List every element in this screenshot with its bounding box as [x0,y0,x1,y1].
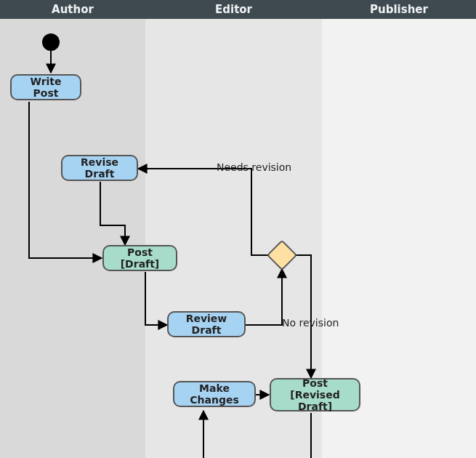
post-revised-line2: [Revised Draft] [278,389,352,412]
start-node [42,33,60,51]
edge-label-no-revision: No revision [282,317,339,329]
activity-review-draft: Review Draft [167,311,246,337]
decision-node [267,240,297,270]
activity-revise-draft: Revise Draft [61,155,138,181]
post-revised-line1: Post [302,377,328,389]
activity-write-post: Write Post [10,74,81,100]
edge-label-needs-revision: Needs revision [217,161,291,173]
diagram-canvas: Write Post Revise Draft Post [Draft] Rev… [0,0,476,458]
object-post-revised-draft: Post [Revised Draft] [270,378,360,411]
activity-make-changes: Make Changes [173,381,256,407]
object-post-draft: Post [Draft] [102,245,177,271]
